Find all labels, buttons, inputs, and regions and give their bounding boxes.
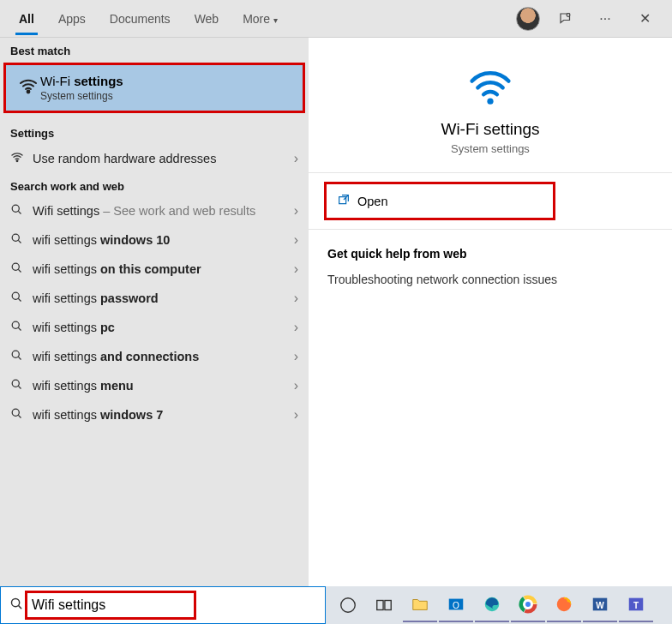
search-bar[interactable]: [0, 586, 326, 624]
web-result[interactable]: wifi settings pc ›: [0, 313, 309, 342]
svg-point-8: [12, 351, 19, 357]
search-icon: [10, 261, 33, 277]
svg-point-5: [12, 263, 19, 270]
detail-title: Wi-Fi settings: [441, 120, 539, 139]
svg-text:W: W: [596, 601, 604, 610]
svg-point-1: [27, 91, 30, 93]
feedback-icon[interactable]: [552, 5, 579, 33]
web-result[interactable]: wifi settings menu ›: [0, 371, 309, 400]
web-result-label: wifi settings menu: [33, 379, 294, 393]
cortana-icon[interactable]: [331, 588, 365, 622]
outlook-icon[interactable]: O: [439, 588, 473, 622]
chevron-right-icon: ›: [294, 151, 298, 166]
search-icon: [10, 378, 33, 393]
web-result[interactable]: wifi settings password ›: [0, 284, 309, 313]
more-options-icon[interactable]: ···: [591, 5, 619, 33]
web-result-label: Wifi settings – See work and web results: [33, 204, 294, 218]
file-explorer-icon[interactable]: [403, 588, 437, 622]
search-icon: [10, 232, 33, 248]
tab-all[interactable]: All: [7, 3, 46, 34]
svg-point-6: [12, 292, 19, 299]
web-result-label: wifi settings windows 7: [33, 408, 294, 422]
tab-apps[interactable]: Apps: [46, 3, 98, 34]
chevron-right-icon: ›: [294, 378, 298, 393]
edge-icon[interactable]: [475, 588, 509, 622]
teams-icon[interactable]: T: [619, 588, 653, 622]
best-match-title: Wi-Fi settings: [40, 74, 123, 88]
search-icon: [10, 320, 33, 335]
settings-item[interactable]: Use random hardware addresses ›: [0, 143, 309, 173]
best-match-subtitle: System settings: [40, 90, 123, 102]
svg-rect-15: [377, 601, 383, 610]
open-button[interactable]: Open: [324, 182, 555, 220]
search-input[interactable]: [32, 587, 325, 623]
best-match-highlight: Wi-Fi settings System settings: [3, 63, 305, 113]
svg-text:T: T: [633, 601, 639, 610]
chevron-right-icon: ›: [294, 407, 298, 423]
chevron-right-icon: ›: [294, 349, 298, 364]
chevron-down-icon: ▾: [273, 15, 278, 25]
svg-point-13: [11, 598, 19, 606]
chevron-right-icon: ›: [294, 320, 298, 335]
wifi-icon: [10, 150, 33, 166]
chevron-right-icon: ›: [294, 291, 298, 306]
detail-panel: Wi-Fi settings System settings Open Get …: [309, 38, 672, 586]
user-avatar[interactable]: [516, 7, 540, 31]
web-result-label: wifi settings pc: [33, 321, 294, 334]
wifi-icon: [16, 75, 40, 100]
svg-point-11: [487, 99, 493, 105]
search-icon: [10, 407, 33, 423]
svg-point-10: [12, 409, 19, 416]
web-result[interactable]: wifi settings windows 7 ›: [0, 400, 309, 429]
search-tabs: All Apps Documents Web More▾ ··· ✕: [0, 0, 672, 38]
section-settings: Settings: [0, 120, 309, 143]
chevron-right-icon: ›: [294, 203, 298, 219]
search-icon: [10, 349, 33, 364]
svg-text:O: O: [453, 601, 459, 610]
search-icon: [1, 597, 32, 615]
web-result-label: wifi settings windows 10: [33, 233, 294, 247]
help-link[interactable]: Troubleshooting network connection issue…: [327, 273, 653, 286]
section-web: Search work and web: [0, 173, 309, 196]
best-match-item[interactable]: Wi-Fi settings System settings: [6, 65, 303, 111]
tab-documents[interactable]: Documents: [98, 3, 183, 34]
svg-point-9: [12, 380, 19, 387]
open-icon: [337, 193, 357, 209]
help-heading: Get quick help from web: [327, 247, 653, 261]
tab-more[interactable]: More▾: [231, 3, 290, 34]
task-view-icon[interactable]: [367, 588, 401, 622]
detail-subtitle: System settings: [451, 142, 530, 155]
chevron-right-icon: ›: [294, 232, 298, 248]
svg-point-2: [16, 160, 18, 162]
web-result-label: wifi settings on this computer: [33, 262, 294, 276]
web-result-label: wifi settings password: [33, 291, 294, 305]
tab-web[interactable]: Web: [183, 3, 231, 34]
web-result[interactable]: wifi settings windows 10 ›: [0, 225, 309, 255]
word-icon[interactable]: W: [583, 588, 617, 622]
svg-point-0: [567, 13, 570, 16]
taskbar: O W T: [326, 586, 672, 624]
web-result[interactable]: wifi settings on this computer ›: [0, 255, 309, 284]
settings-item-label: Use random hardware addresses: [33, 152, 294, 165]
search-icon: [10, 203, 33, 219]
close-icon[interactable]: ✕: [631, 5, 658, 33]
svg-point-14: [341, 598, 356, 613]
chrome-icon[interactable]: [511, 588, 545, 622]
web-result[interactable]: wifi settings and connections ›: [0, 342, 309, 371]
web-result[interactable]: Wifi settings – See work and web results…: [0, 196, 309, 225]
chevron-right-icon: ›: [294, 261, 298, 277]
wifi-large-icon: [467, 62, 513, 108]
section-best-match: Best match: [0, 38, 309, 61]
svg-point-7: [12, 321, 19, 328]
svg-rect-16: [385, 601, 391, 610]
svg-point-4: [12, 234, 19, 241]
results-panel: Best match Wi-Fi settings System setting…: [0, 38, 309, 586]
search-icon: [10, 291, 33, 306]
firefox-icon[interactable]: [547, 588, 581, 622]
web-result-label: wifi settings and connections: [33, 350, 294, 363]
svg-point-3: [12, 205, 19, 212]
open-label: Open: [357, 195, 387, 208]
